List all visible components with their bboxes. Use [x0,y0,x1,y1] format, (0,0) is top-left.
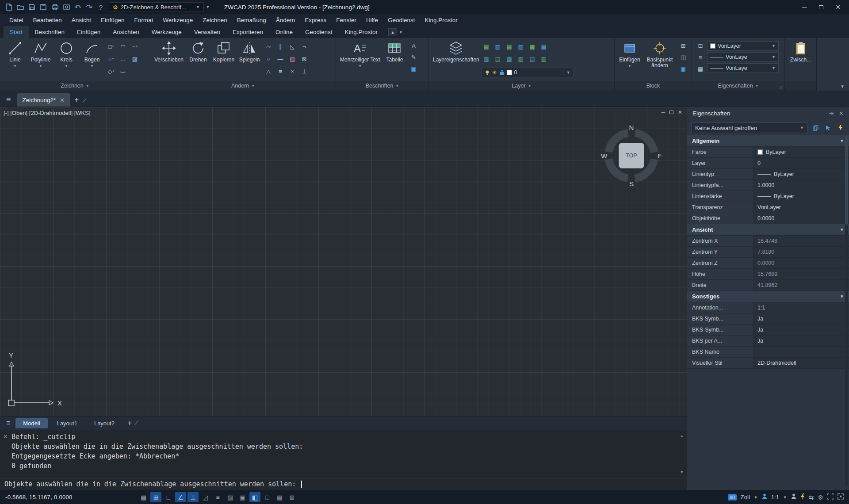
prop-row-annotation[interactable]: Annotation... 1:1 [687,302,849,313]
explode-icon[interactable]: ⊠ [298,53,310,65]
break-icon[interactable]: × [287,65,298,77]
layer-walk-icon[interactable]: ▤ [528,54,537,64]
menu-item-format[interactable]: Format [129,14,158,26]
scroll-down-icon[interactable]: ▼ [680,467,684,477]
prop-row-farbe[interactable]: Farbe ByLayer [687,147,849,158]
ribbon-tab-beschriften[interactable]: Beschriften [29,26,71,38]
new-layout-button[interactable]: + [124,419,134,428]
plot-preview-icon[interactable] [61,2,72,12]
menu-item-bemassung[interactable]: Bemaßung [232,14,271,26]
command-prompt-row[interactable]: Objekte auswählen die in die Zwischenabl… [0,478,687,490]
properties-grid-icon[interactable]: ▦ [696,64,705,73]
save-as-icon[interactable] [38,2,49,12]
prop-row-linientyp[interactable]: Linientyp ByLayer [687,169,849,180]
prop-row-bks-name[interactable]: BKS Name [687,347,849,358]
prop-row-visueller-stil[interactable]: Visueller Stil 2D-Drahtmodell [687,358,849,369]
new-file-icon[interactable] [4,2,14,12]
region-icon[interactable]: ▭ [117,65,129,77]
layer-properties-button[interactable]: Layereigenschaften [432,40,481,81]
isolate-objects-icon[interactable] [827,493,834,501]
lengthen-icon[interactable]: ≡ [275,65,286,77]
join-icon[interactable]: ⊥ [298,65,310,77]
layer-dropdown[interactable]: ☀ 0 ▼ [482,68,574,77]
text-style-icon[interactable]: A [409,41,418,50]
block-define-icon[interactable]: ▣ [678,64,688,73]
field-icon[interactable]: ▣ [409,64,418,73]
toggle-pickadd-icon[interactable] [811,123,820,133]
layer-unlock-icon[interactable]: ▦ [505,54,514,64]
dialog-launcher-icon[interactable]: ◿ [779,84,782,89]
zeichnen-group-label[interactable]: Zeichnen▼ [0,81,150,91]
mirror-button[interactable]: Spiegeln [237,40,262,81]
rectangle-icon[interactable]: □▾ [105,41,117,52]
ribbon-collapse-icon[interactable]: ▲ [388,28,397,36]
prop-row-linienstaerke[interactable]: Linienstärke ByLayer [687,191,849,202]
redo-icon[interactable]: ↷▾ [84,2,95,12]
erase-icon pink[interactable]: ▨ [287,53,298,65]
table-button[interactable]: Tabelle [382,40,407,81]
arc-segment-icon[interactable]: ◠ [117,41,129,52]
array-icon[interactable]: △ [263,65,274,77]
menu-item-ansicht[interactable]: Ansicht [67,14,96,26]
ribbon-tab-online[interactable]: Online [269,26,299,38]
annotation-visibility-icon[interactable] [791,493,796,501]
menu-item-datei[interactable]: Datei [4,14,28,26]
dynamic-input-toggle-icon[interactable]: ▣ [237,492,248,502]
viewport-controls-label[interactable]: [-] [Oben] [2D-Drahtmodell] [WKS] [4,110,91,116]
new-doc-tab-button[interactable]: + [73,95,80,107]
prop-row-bks-per-a[interactable]: BKS per A... Ja [687,336,849,347]
prop-row-bks-symb-1[interactable]: BKS Symb... Ja [687,313,849,325]
prop-row-layer[interactable]: Layer 0 [687,158,849,169]
properties-scrollbar[interactable] [845,136,848,485]
edit-text-icon[interactable]: ✎ [409,52,418,62]
prop-row-bks-symb-2[interactable]: BKS-Symb... Ja [687,325,849,336]
aendern-group-label[interactable]: Ändern▼ [150,81,336,91]
compass-east[interactable]: E [656,152,663,160]
menu-item-einfuegen[interactable]: Einfügen [96,14,129,26]
menu-item-fenster[interactable]: Fenster [331,14,361,26]
section-ansicht[interactable]: Ansicht▼ [687,224,849,236]
compass-south[interactable]: S [628,180,635,187]
chamfer-icon[interactable]: ¬ [298,41,310,52]
move-button[interactable]: Verschieben [153,40,185,81]
lineweight-dropdown[interactable]: VonLaye ▼ [707,63,779,73]
insert-block-button[interactable]: Einfügen▼ [617,40,642,81]
ribbon-tab-start[interactable]: Start [4,26,29,38]
ellipse-icon[interactable]: ○▾ [105,53,117,65]
annotation-scale-dropdown[interactable]: 1:1 [771,494,779,500]
annotation-person-icon[interactable] [762,493,767,501]
close-button[interactable]: ✕ [830,2,845,12]
help-icon[interactable]: ? [96,2,106,12]
base-point-button[interactable]: Basispunkt ändern [643,40,677,81]
command-scrollbar[interactable]: ▲ ▼ [679,431,685,477]
hardware-accel-toggle-icon[interactable]: ⊠ [287,492,298,502]
lineweight-toggle-icon[interactable]: ≡ [212,492,223,502]
block-attrib-icon[interactable]: ◫ [678,52,688,62]
panel-dock-icon[interactable]: ⇥ [829,110,834,117]
prop-row-zentrum-z[interactable]: Zentrum Z 0.0000 [687,258,849,269]
ribbon-options-icon[interactable]: ▼ [399,30,403,34]
coord-format-badge[interactable]: 00 [728,494,737,500]
ribbon-tab-einfuegen[interactable]: Einfügen [71,26,107,38]
dynamic-ucs-toggle-icon[interactable]: □ [262,492,273,502]
command-close-icon[interactable]: ✕ [3,432,8,442]
linetype-dropdown[interactable]: VonLaye ▼ [707,52,779,62]
workspace-switch-icon[interactable]: ⇆ [809,494,814,501]
select-objects-icon[interactable] [823,123,833,133]
prop-row-zentrum-x[interactable]: Zentrum X 16.4748 [687,236,849,247]
selection-cycling-toggle-icon[interactable]: ◧ [249,492,260,502]
layer-group-label[interactable]: Layer▼ [429,81,614,91]
settings-gear-icon[interactable]: ⚙ [818,494,823,501]
ribbon-tab-exportieren[interactable]: Exportieren [226,26,269,38]
line-button[interactable]: Linie▼ [3,40,27,81]
view-cube-top-face[interactable]: TOP [619,143,644,168]
units-dropdown[interactable]: Zoll [741,494,750,500]
save-icon[interactable] [27,2,37,12]
drawing-canvas[interactable]: [-] [Oben] [2D-Drahtmodell] [WKS] ─ ✕ N … [0,107,687,416]
fullscreen-icon[interactable] [838,493,844,501]
prop-row-objekthoehe[interactable]: Objekthöhe 0.0000 [687,213,849,224]
layout-tab-layout1[interactable]: Layout1 [50,418,85,428]
mdi-minimize-icon[interactable]: ─ [661,109,665,115]
command-line-area[interactable]: ✕ Befehl: _cutclip Objekte auswählen die… [0,430,687,490]
mdi-close-icon[interactable]: ✕ [678,109,682,115]
